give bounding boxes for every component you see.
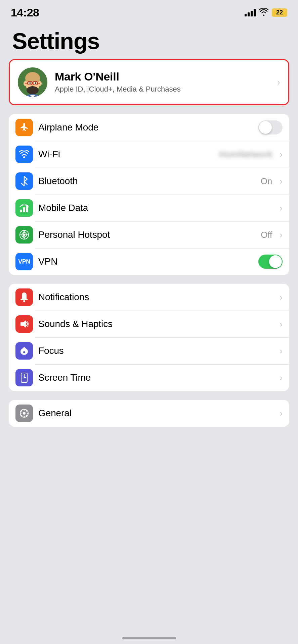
network-settings-group: Airplane Mode Wi-Fi HomNetwork › Bluetoo… <box>9 114 289 275</box>
wifi-icon <box>15 146 33 163</box>
airplane-mode-toggle[interactable] <box>258 120 283 135</box>
wifi-label: Wi-Fi <box>38 149 214 160</box>
profile-subtitle: Apple ID, iCloud+, Media & Purchases <box>55 85 270 94</box>
system-settings-group: Notifications › Sounds & Haptics › Focus… <box>9 284 289 391</box>
notifications-row[interactable]: Notifications › <box>9 284 289 311</box>
airplane-mode-toggle-knob <box>259 121 272 134</box>
profile-info: Mark O'Neill Apple ID, iCloud+, Media & … <box>55 70 270 94</box>
mobile-data-chevron-icon: › <box>280 203 283 213</box>
profile-card[interactable]: Mark O'Neill Apple ID, iCloud+, Media & … <box>9 59 289 105</box>
general-row[interactable]: General › <box>9 400 289 427</box>
svg-rect-18 <box>20 210 22 212</box>
signal-icon <box>245 9 256 16</box>
svg-point-4 <box>38 81 42 86</box>
personal-hotspot-icon <box>15 226 33 244</box>
personal-hotspot-row[interactable]: Personal Hotspot Off › <box>9 221 289 248</box>
general-label: General <box>38 408 274 419</box>
battery-level: 22 <box>276 9 283 16</box>
wifi-chevron-icon: › <box>280 149 283 160</box>
svg-point-3 <box>24 81 27 86</box>
wifi-status-icon <box>259 8 268 17</box>
status-time: 14:28 <box>11 6 39 19</box>
svg-rect-19 <box>23 207 25 212</box>
profile-chevron-icon: › <box>277 77 280 88</box>
wifi-row[interactable]: Wi-Fi HomNetwork › <box>9 141 289 168</box>
notifications-label: Notifications <box>38 292 274 303</box>
battery-icon: 22 <box>272 8 287 17</box>
profile-name: Mark O'Neill <box>55 70 270 83</box>
home-indicator <box>122 637 176 639</box>
svg-point-15 <box>27 86 39 94</box>
vpn-label-text: VPN <box>18 258 30 265</box>
status-icons: 22 <box>245 8 287 17</box>
svg-point-29 <box>23 412 26 415</box>
mobile-data-row[interactable]: Mobile Data › <box>9 195 289 221</box>
svg-rect-32 <box>20 413 22 414</box>
personal-hotspot-value: Off <box>261 230 272 240</box>
focus-row[interactable]: Focus › <box>9 337 289 364</box>
notifications-chevron-icon: › <box>280 292 283 303</box>
general-settings-group: General › <box>9 400 289 427</box>
vpn-toggle-knob <box>269 255 282 268</box>
focus-chevron-icon: › <box>280 346 283 356</box>
airplane-mode-label: Airplane Mode <box>38 122 253 133</box>
personal-hotspot-chevron-icon: › <box>280 230 283 240</box>
bluetooth-value: On <box>261 176 272 186</box>
screen-time-label: Screen Time <box>38 372 274 383</box>
airplane-mode-icon <box>15 119 33 136</box>
airplane-mode-row[interactable]: Airplane Mode <box>9 114 289 141</box>
svg-point-23 <box>23 300 25 302</box>
focus-icon <box>15 342 33 360</box>
sounds-haptics-icon <box>15 315 33 333</box>
svg-marker-24 <box>20 320 26 328</box>
notifications-icon <box>15 288 33 306</box>
screen-time-icon <box>15 369 33 386</box>
status-bar: 14:28 22 <box>0 0 298 22</box>
vpn-icon: VPN <box>15 253 33 270</box>
svg-rect-33 <box>27 413 29 414</box>
svg-point-17 <box>23 156 25 158</box>
page-title: Settings <box>12 29 286 53</box>
mobile-data-icon <box>15 199 33 217</box>
wifi-value: HomNetwork <box>219 149 273 160</box>
avatar <box>18 67 47 97</box>
focus-label: Focus <box>38 345 274 356</box>
svg-point-14 <box>32 85 34 86</box>
mobile-data-label: Mobile Data <box>38 203 274 213</box>
sounds-haptics-chevron-icon: › <box>280 319 283 329</box>
bluetooth-icon <box>15 172 33 190</box>
page-title-section: Settings <box>0 22 298 59</box>
personal-hotspot-label: Personal Hotspot <box>38 229 255 240</box>
svg-point-8 <box>35 83 36 84</box>
sounds-haptics-label: Sounds & Haptics <box>38 319 274 329</box>
sounds-haptics-row[interactable]: Sounds & Haptics › <box>9 311 289 337</box>
screen-time-chevron-icon: › <box>280 373 283 383</box>
general-chevron-icon: › <box>280 408 283 419</box>
svg-rect-31 <box>24 416 25 418</box>
svg-rect-30 <box>24 409 25 411</box>
svg-point-25 <box>23 351 25 353</box>
bluetooth-label: Bluetooth <box>38 176 255 186</box>
general-icon <box>15 405 33 422</box>
vpn-toggle[interactable] <box>258 255 283 269</box>
bluetooth-chevron-icon: › <box>280 176 283 186</box>
vpn-row[interactable]: VPN VPN <box>9 248 289 275</box>
svg-point-7 <box>29 83 31 84</box>
bluetooth-row[interactable]: Bluetooth On › <box>9 168 289 195</box>
vpn-label: VPN <box>38 256 253 267</box>
screen-time-row[interactable]: Screen Time › <box>9 364 289 391</box>
